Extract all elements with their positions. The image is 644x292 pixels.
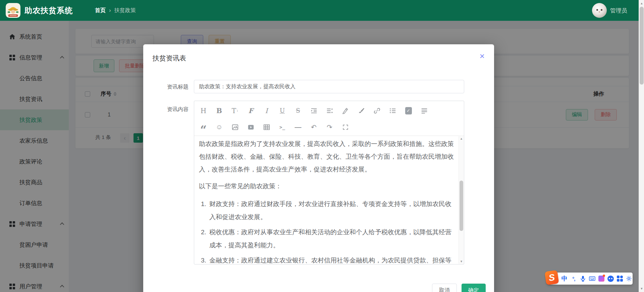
list-item: 税收优惠：政府对从事农业生产和相关活动的企业和个人给予税收优惠，以降低其经营成本… — [208, 226, 454, 252]
close-icon[interactable]: × — [480, 52, 485, 60]
cancel-button[interactable]: 取消 — [432, 284, 457, 292]
confirm-button[interactable]: 确定 — [462, 284, 486, 292]
scroll-down-icon[interactable]: ▼ — [459, 259, 464, 264]
sogou-logo-icon[interactable]: S — [544, 270, 559, 285]
rich-text-editor: H B T↕ F I U S — [194, 101, 464, 264]
page-scrollbar-thumb[interactable] — [640, 7, 644, 85]
list-item: 财政支持：政府通过财政手段，对农业进行直接补贴、专项资金支持等，以增加农民收入和… — [208, 197, 454, 224]
editor-italic-button[interactable]: I — [261, 105, 272, 116]
editor-brush-icon[interactable] — [356, 105, 366, 116]
editor-emoji-button[interactable]: ☺ — [214, 122, 224, 133]
editor-content[interactable]: 助农政策是指政府为了支持农业发展，提高农民收入，采取的一系列政策和措施。这些政策… — [195, 136, 459, 264]
editor-font-size-button[interactable]: T↕ — [230, 105, 240, 116]
editor-pen-icon[interactable] — [340, 105, 351, 116]
virtual-keyboard-icon[interactable] — [589, 274, 596, 283]
editor-indent-icon[interactable] — [309, 105, 319, 116]
editor-paragraph: 以下是一些常见的助农政策： — [199, 180, 454, 193]
voice-input-icon[interactable] — [579, 274, 587, 283]
editor-underline-button[interactable]: U — [277, 105, 287, 116]
editor-ordered-list: 财政支持：政府通过财政手段，对农业进行直接补贴、专项资金支持等，以增加农民收入和… — [199, 197, 454, 264]
editor-table-icon[interactable] — [261, 122, 272, 133]
scroll-down-icon[interactable]: ▼ — [639, 286, 644, 291]
editor-paragraph: 助农政策是指政府为了支持农业发展，提高农民收入，采取的一系列政策和措施。这些政策… — [199, 138, 454, 176]
editor-redo-button[interactable]: ↷ — [324, 122, 335, 133]
editor-code-button[interactable]: >_ — [277, 122, 287, 133]
app-title: 助农扶贫系统 — [24, 5, 73, 16]
breadcrumb-separator-icon: › — [109, 7, 111, 14]
list-item: 金融支持：政府通过建立农业银行、农村信用社等金融机构，为农民提供贷款、担保等金融… — [208, 254, 454, 264]
editor-scrollbar[interactable]: ▲ ▼ — [459, 136, 464, 264]
punctuation-icon[interactable]: °, — [570, 274, 578, 283]
editor-quote-button[interactable]: “ — [198, 122, 209, 133]
smart-assistant-icon[interactable] — [607, 274, 614, 283]
chinese-mode-icon[interactable]: 中 — [561, 274, 568, 283]
editor-line-height-icon[interactable] — [324, 105, 335, 116]
breadcrumb-home[interactable]: 首页 — [95, 7, 106, 14]
breadcrumb: 首页 › 扶贫政策 — [95, 7, 136, 14]
editor-justify-icon[interactable] — [419, 105, 429, 116]
dialog-title: 扶贫资讯表 — [153, 54, 186, 63]
editor-strikethrough-button[interactable]: S — [293, 105, 303, 116]
editor-header-button[interactable]: H — [198, 105, 209, 116]
user-name: 管理员 — [610, 7, 627, 14]
content-field-label: 资讯内容 — [143, 106, 189, 113]
poverty-news-form-dialog: 扶贫资讯表 × 资讯标题 资讯内容 H B T↕ F I U S — [143, 44, 494, 292]
page-scrollbar[interactable]: ▲ ▼ — [639, 0, 644, 292]
editor-video-icon[interactable] — [246, 122, 256, 133]
user-menu[interactable]: 管理员 — [592, 3, 627, 18]
editor-todo-icon[interactable]: ✓ — [403, 105, 414, 116]
editor-bold-button[interactable]: B — [214, 105, 224, 116]
scroll-up-icon[interactable]: ▲ — [459, 136, 464, 141]
ime-toolbar: S 中 °, — [547, 273, 633, 285]
editor-image-icon[interactable] — [230, 122, 240, 133]
breadcrumb-current: 扶贫政策 — [114, 7, 136, 14]
app-header: 助农扶贫系统 首页 › 扶贫政策 管理员 — [0, 0, 644, 21]
title-field-label: 资讯标题 — [143, 84, 189, 91]
editor-link-icon[interactable] — [372, 105, 382, 116]
editor-fullscreen-icon[interactable] — [340, 122, 351, 133]
editor-divider-button[interactable]: — — [293, 122, 303, 133]
news-title-input[interactable] — [194, 80, 464, 93]
editor-bulleted-list-icon[interactable] — [387, 105, 398, 116]
editor-scrollbar-thumb[interactable] — [460, 181, 463, 231]
app-logo-icon — [6, 3, 20, 18]
settings-icon[interactable] — [626, 274, 633, 283]
skin-icon[interactable] — [598, 274, 605, 283]
editor-toolbar: H B T↕ F I U S — [194, 101, 464, 136]
avatar[interactable] — [592, 3, 607, 18]
editor-undo-button[interactable]: ↶ — [309, 122, 319, 133]
toolbox-icon[interactable] — [616, 274, 624, 283]
scroll-up-icon[interactable]: ▲ — [639, 1, 644, 6]
editor-font-family-button[interactable]: F — [246, 105, 256, 116]
